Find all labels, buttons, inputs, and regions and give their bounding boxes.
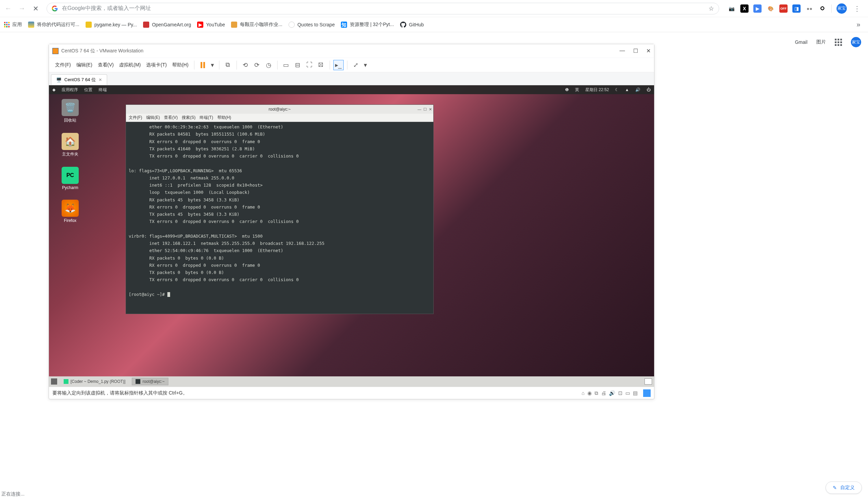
menu-view[interactable]: 查看(V) [96,61,116,69]
term-menu-view[interactable]: 查看(V) [164,115,178,121]
apps-button[interactable]: 应用 [4,22,22,28]
view-split-icon[interactable]: ⊟ [293,60,303,70]
show-desktop-icon[interactable] [51,378,57,385]
pause-dropdown[interactable]: ▾ [209,60,216,70]
bookmark-item[interactable]: 将你的代码运行可... [28,22,79,28]
volume-icon[interactable]: 🔊 [635,87,640,92]
bookmarks-overflow-icon[interactable]: » [853,19,864,30]
pause-button[interactable] [198,60,208,70]
bookmark-item[interactable]: 知资源整理 | 32个Pyt... [341,22,394,28]
term-menu-edit[interactable]: 编辑(E) [146,115,160,121]
message-log-icon[interactable] [643,389,651,397]
ext-pocket-icon[interactable]: ◨ [792,4,801,13]
view-single-icon[interactable]: ▭ [281,60,291,70]
camera-icon[interactable]: 📷 [727,4,736,13]
vm-tab-label: CentOS 7 64 位 [64,77,96,83]
vm-tab[interactable]: 🖥️ CentOS 7 64 位 ✕ [51,74,107,85]
clock[interactable]: 星期日 22:52 [585,87,609,93]
images-link[interactable]: 图片 [816,39,826,45]
menu-tabs[interactable]: 选项卡(T) [144,61,169,69]
gnome-places[interactable]: 位置 [84,87,92,93]
printer-icon[interactable]: 🖨 [601,390,606,396]
ext-circle-icon[interactable]: ⭘ [818,4,826,13]
customize-button[interactable]: ✎ 自定义 [825,481,862,494]
gnome-terminal-label[interactable]: 终端 [99,87,107,93]
pycharm-icon[interactable]: PCPycharm [56,167,84,190]
display-icon[interactable]: ▭ [625,390,630,396]
send-ctrlaltdel-icon[interactable]: ⧉ [223,60,233,70]
menu-vm[interactable]: 虚拟机(M) [117,61,143,69]
vmware-titlebar[interactable]: CentOS 7 64 位 - VMware Workstation — ☐ ✕ [49,44,654,58]
python-icon [28,22,34,28]
sound-icon[interactable]: 🔊 [609,390,615,396]
taskbar-pycharm[interactable]: [Coder ~ Demo_1.py (ROOT)] [60,378,129,385]
close-button[interactable]: ✕ [646,48,651,54]
apps-launcher-icon[interactable] [835,39,842,46]
menu-edit[interactable]: 编辑(E) [74,61,94,69]
term-menu-search[interactable]: 搜索(S) [182,115,195,121]
bookmark-item[interactable]: pygame.key — Py... [85,22,137,28]
back-button[interactable]: ← [3,3,14,14]
minimize-button[interactable]: — [620,48,625,54]
snapshot-manager-icon[interactable]: ◷ [264,60,274,70]
snapshot-revert-icon[interactable]: ⟳ [252,60,262,70]
term-menu-terminal[interactable]: 终端(T) [199,115,213,121]
menu-icon[interactable]: ⋮ [852,3,863,14]
trash-icon[interactable]: 🗑️回收站 [56,99,84,123]
task-label: [Coder ~ Demo_1.py (ROOT)] [70,379,125,384]
a11y-icon[interactable]: ❶ [565,87,569,92]
view-unity-icon[interactable]: ⛶ [304,60,314,70]
menu-help[interactable]: 帮助(H) [170,61,190,69]
guest-desktop[interactable]: ◆ 应用程序 位置 终端 ❶ 英 星期日 22:52 ☾ ▲ 🔊 ⏻ 🗑️回收站… [49,85,654,387]
maximize-button[interactable]: ☐ [633,48,638,54]
firefox-icon[interactable]: 🦊Firefox [56,200,84,223]
bookmark-item[interactable]: OpenGameArt.org [143,22,191,28]
gnome-apps[interactable]: 应用程序 [62,87,78,93]
gnome-activities-icon[interactable]: ◆ [53,87,56,92]
gmail-link[interactable]: Gmail [795,39,807,45]
msg-icon[interactable]: ▤ [633,390,638,396]
ext-x-icon[interactable]: X [740,4,749,13]
profile-avatar-2[interactable]: 家宝 [851,37,861,47]
night-icon[interactable]: ☾ [615,87,619,92]
fullscreen-icon[interactable]: ⤢ [351,60,361,70]
term-close-icon[interactable]: ✕ [429,107,432,112]
term-max-icon[interactable]: ☐ [424,107,427,112]
terminal-window[interactable]: root@aiyc:~ — ☐ ✕ 文件(F) 编辑(E) 查看(V) 搜索(S… [126,104,434,314]
vm-tab-close-icon[interactable]: ✕ [99,77,102,82]
net-icon[interactable]: ⧉ [594,390,598,396]
terminal-body[interactable]: ether 00:0c:29:3e:e2:63 txqueuelen 1000 … [126,122,433,314]
snapshot-take-icon[interactable]: ⟲ [240,60,251,70]
bookmark-item[interactable]: 每颗豆小咖班作业... [231,22,282,28]
ext-grey-icon[interactable]: ●● [806,4,813,13]
hdd-icon[interactable]: ⌂ [581,390,585,396]
ext-pinwheel-icon[interactable]: 🎨 [766,4,775,13]
view-exit-icon[interactable]: ⛝ [316,60,326,70]
star-icon[interactable]: ☆ [708,5,714,12]
url-bar[interactable]: 在Google中搜索，或者输入一个网址 ☆ [47,3,719,14]
stop-button[interactable]: ✕ [30,3,41,14]
ext-off-icon[interactable]: OFF [779,4,788,13]
forward-button[interactable]: → [16,3,27,14]
bookmark-item[interactable]: Quotes to Scrape [289,22,335,28]
bookmark-item[interactable]: GitHub [400,22,424,28]
ext-blue-icon[interactable]: ▶ [753,4,762,13]
power-icon[interactable]: ⏻ [647,87,651,92]
home-folder-icon[interactable]: 🏠主文件夹 [56,133,84,157]
term-min-icon[interactable]: — [418,107,421,112]
terminal-titlebar[interactable]: root@aiyc:~ — ☐ ✕ [126,105,433,114]
usb-icon[interactable]: ⊡ [618,390,623,396]
workspace-switcher[interactable] [645,378,652,385]
cd-icon[interactable]: ◉ [587,390,592,396]
menu-file[interactable]: 文件(F) [53,61,73,69]
term-menu-help[interactable]: 帮助(H) [217,115,231,121]
term-menu-file[interactable]: 文件(F) [129,115,142,121]
network-icon[interactable]: ▲ [625,87,629,92]
svg-rect-4 [6,24,8,25]
fullscreen-dropdown[interactable]: ▾ [362,60,369,70]
input-lang[interactable]: 英 [575,87,579,93]
console-icon[interactable]: ▸_ [333,60,344,70]
bookmark-item[interactable]: ▶YouTube [197,22,225,28]
profile-avatar[interactable]: 家宝 [836,3,847,14]
taskbar-terminal[interactable]: root@aiyc:~ [132,378,169,385]
